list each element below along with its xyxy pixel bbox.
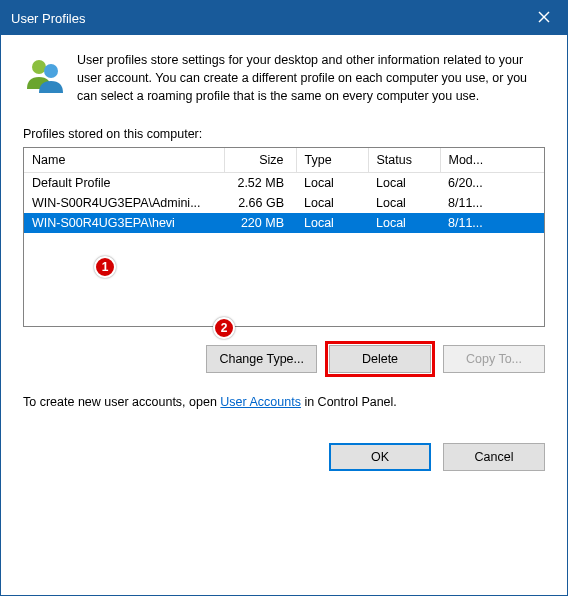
cell-type: Local [296,173,368,194]
cell-size: 2.52 MB [224,173,296,194]
hint-text: To create new user accounts, open User A… [23,395,545,409]
close-icon [538,10,550,26]
hint-prefix: To create new user accounts, open [23,395,220,409]
intro-section: User profiles store settings for your de… [23,51,545,105]
cell-mod: 8/11... [440,213,544,233]
dialog-content: User profiles store settings for your de… [1,35,567,595]
column-header-status[interactable]: Status [368,148,440,173]
window-title: User Profiles [11,11,85,26]
table-row[interactable]: WIN-S00R4UG3EPA\hevi220 MBLocalLocal8/11… [24,213,544,233]
cell-status: Local [368,213,440,233]
profiles-table[interactable]: Name Size Type Status Mod... Default Pro… [23,147,545,327]
table-header-row: Name Size Type Status Mod... [24,148,544,173]
dialog-buttons: OK Cancel [23,443,545,471]
cell-name: WIN-S00R4UG3EPA\hevi [24,213,224,233]
profiles-label: Profiles stored on this computer: [23,127,545,141]
user-profiles-dialog: User Profiles User profiles store settin… [0,0,568,596]
cell-status: Local [368,173,440,194]
svg-point-3 [44,64,58,78]
ok-button[interactable]: OK [329,443,431,471]
column-header-modified[interactable]: Mod... [440,148,544,173]
cell-type: Local [296,213,368,233]
column-header-size[interactable]: Size [224,148,296,173]
cell-mod: 8/11... [440,193,544,213]
svg-point-2 [32,60,46,74]
cancel-button[interactable]: Cancel [443,443,545,471]
intro-text: User profiles store settings for your de… [77,51,545,105]
cell-size: 220 MB [224,213,296,233]
profile-action-buttons: Change Type... Delete Copy To... 2 [23,345,545,373]
copy-to-button: Copy To... [443,345,545,373]
titlebar: User Profiles [1,1,567,35]
cell-size: 2.66 GB [224,193,296,213]
table-row[interactable]: WIN-S00R4UG3EPA\Admini...2.66 GBLocalLoc… [24,193,544,213]
close-button[interactable] [521,1,567,35]
annotation-marker-1: 1 [94,256,116,278]
cell-type: Local [296,193,368,213]
cell-status: Local [368,193,440,213]
user-accounts-link[interactable]: User Accounts [220,395,301,409]
users-icon [23,55,65,97]
column-header-type[interactable]: Type [296,148,368,173]
cell-name: WIN-S00R4UG3EPA\Admini... [24,193,224,213]
cell-mod: 6/20... [440,173,544,194]
column-header-name[interactable]: Name [24,148,224,173]
change-type-button[interactable]: Change Type... [206,345,317,373]
cell-name: Default Profile [24,173,224,194]
delete-button[interactable]: Delete [329,345,431,373]
hint-suffix: in Control Panel. [301,395,397,409]
table-row[interactable]: Default Profile2.52 MBLocalLocal6/20... [24,173,544,194]
